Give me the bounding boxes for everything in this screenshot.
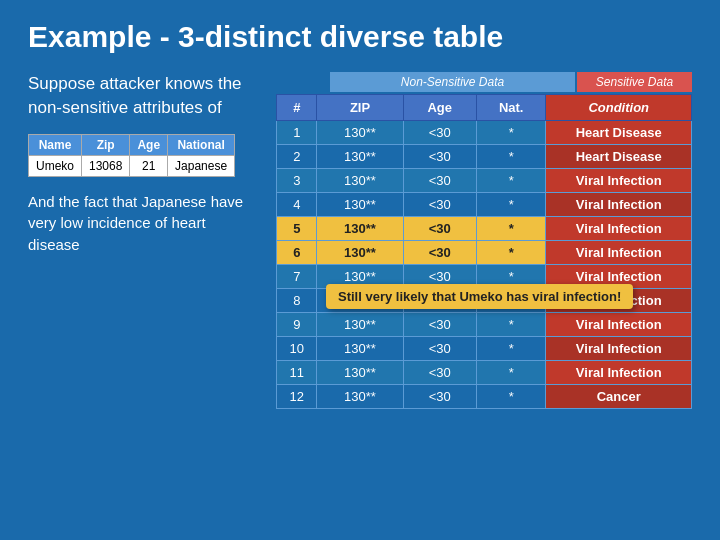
cell-zip: 130** xyxy=(317,313,403,337)
table-row: 11130**<30*Viral Infection xyxy=(277,361,692,385)
cell-zip: 13068 xyxy=(82,155,130,176)
th-num: # xyxy=(277,95,317,121)
table-row: 6130**<30*Viral Infection xyxy=(277,241,692,265)
left-panel: Suppose attacker knows the non-sensitive… xyxy=(28,72,258,256)
sensitive-label: Sensitive Data xyxy=(577,72,692,92)
cell-zip: 130** xyxy=(317,217,403,241)
cell-nat: * xyxy=(476,121,546,145)
table-row: 2130**<30*Heart Disease xyxy=(277,145,692,169)
cell-zip: 130** xyxy=(317,385,403,409)
col-header-name: Name xyxy=(29,134,82,155)
cell-condition: Viral Infection xyxy=(546,193,692,217)
cell-zip: 130** xyxy=(317,337,403,361)
table-row: 1130**<30*Heart Disease xyxy=(277,121,692,145)
cell-age: <30 xyxy=(403,385,476,409)
non-sensitive-label: Non-Sensitive Data xyxy=(330,72,575,92)
cell-num: 8 xyxy=(277,289,317,313)
cell-age: <30 xyxy=(403,337,476,361)
and-fact-text: And the fact that Japanese have very low… xyxy=(28,191,258,256)
cell-nat: * xyxy=(476,241,546,265)
suppose-text: Suppose attacker knows the non-sensitive… xyxy=(28,72,258,120)
cell-num: 7 xyxy=(277,265,317,289)
cell-num: 4 xyxy=(277,193,317,217)
col-header-zip: Zip xyxy=(82,134,130,155)
cell-num: 6 xyxy=(277,241,317,265)
cell-num: 11 xyxy=(277,361,317,385)
column-group-labels: Non-Sensitive Data Sensitive Data xyxy=(276,72,692,92)
th-age: Age xyxy=(403,95,476,121)
cell-age: <30 xyxy=(403,169,476,193)
cell-age: 21 xyxy=(130,155,168,176)
col-header-age: Age xyxy=(130,134,168,155)
cell-nat: * xyxy=(476,193,546,217)
col-header-national: National xyxy=(168,134,235,155)
cell-nat: * xyxy=(476,217,546,241)
cell-zip: 130** xyxy=(317,169,403,193)
cell-num: 3 xyxy=(277,169,317,193)
content-area: Suppose attacker knows the non-sensitive… xyxy=(28,72,692,409)
cell-zip: 130** xyxy=(317,193,403,217)
cell-zip: 130** xyxy=(317,121,403,145)
table-row: 12130**<30*Cancer xyxy=(277,385,692,409)
cell-nat: * xyxy=(476,313,546,337)
cell-age: <30 xyxy=(403,145,476,169)
cell-zip: 130** xyxy=(317,241,403,265)
cell-condition: Heart Disease xyxy=(546,145,692,169)
right-panel: Non-Sensitive Data Sensitive Data # ZIP … xyxy=(276,72,692,409)
cell-nat: * xyxy=(476,361,546,385)
cell-condition: Viral Infection xyxy=(546,337,692,361)
table-row: 3130**<30*Viral Infection xyxy=(277,169,692,193)
cell-condition: Viral Infection xyxy=(546,169,692,193)
cell-condition: Cancer xyxy=(546,385,692,409)
cell-zip: 130** xyxy=(317,145,403,169)
cell-zip: 130** xyxy=(317,361,403,385)
cell-condition: Viral Infection xyxy=(546,361,692,385)
cell-nat: * xyxy=(476,337,546,361)
cell-num: 9 xyxy=(277,313,317,337)
table-row: 5130**<30*Viral Infection xyxy=(277,217,692,241)
th-condition: Condition xyxy=(546,95,692,121)
cell-condition: Heart Disease xyxy=(546,121,692,145)
cell-age: <30 xyxy=(403,121,476,145)
cell-age: <30 xyxy=(403,217,476,241)
cell-age: <30 xyxy=(403,241,476,265)
table-row: 4130**<30*Viral Infection xyxy=(277,193,692,217)
cell-national: Japanese xyxy=(168,155,235,176)
cell-num: 1 xyxy=(277,121,317,145)
cell-num: 5 xyxy=(277,217,317,241)
cell-num: 10 xyxy=(277,337,317,361)
page-title: Example - 3-distinct diverse table xyxy=(28,20,692,54)
cell-nat: * xyxy=(476,169,546,193)
cell-nat: * xyxy=(476,145,546,169)
table-row: 10130**<30*Viral Infection xyxy=(277,337,692,361)
cell-nat: * xyxy=(476,385,546,409)
cell-condition: Viral Infection xyxy=(546,217,692,241)
cell-condition: Viral Infection xyxy=(546,313,692,337)
slide: Example - 3-distinct diverse table Suppo… xyxy=(0,0,720,540)
th-nat: Nat. xyxy=(476,95,546,121)
th-zip: ZIP xyxy=(317,95,403,121)
cell-age: <30 xyxy=(403,193,476,217)
cell-num: 2 xyxy=(277,145,317,169)
table-row: 9130**<30*Viral Infection xyxy=(277,313,692,337)
small-info-table: Name Zip Age National Umeko 13068 21 Jap… xyxy=(28,134,235,177)
cell-age: <30 xyxy=(403,361,476,385)
cell-age: <30 xyxy=(403,313,476,337)
cell-num: 12 xyxy=(277,385,317,409)
cell-name: Umeko xyxy=(29,155,82,176)
tooltip-overlay: Still very likely that Umeko has viral i… xyxy=(326,284,633,309)
cell-condition: Viral Infection xyxy=(546,241,692,265)
main-data-table: # ZIP Age Nat. Condition 1130**<30*Heart… xyxy=(276,94,692,409)
